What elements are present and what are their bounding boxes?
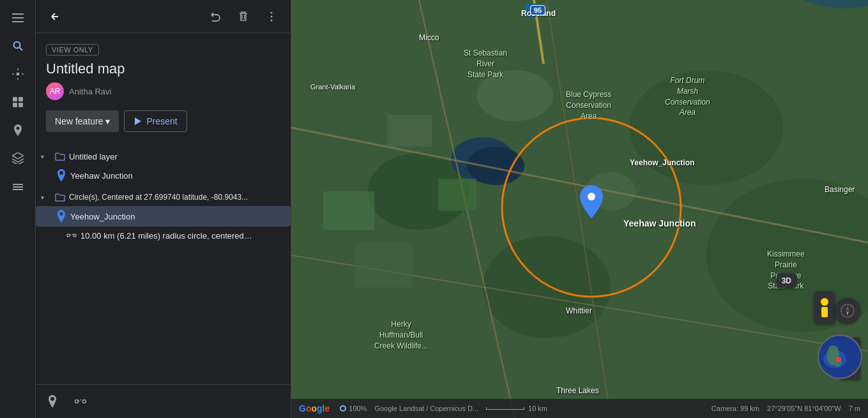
- svg-rect-10: [13, 184, 23, 185]
- svg-point-29: [476, 70, 553, 121]
- svg-point-27: [630, 70, 783, 185]
- pegman-body: [821, 307, 828, 317]
- gallery-icon-btn[interactable]: [5, 89, 31, 115]
- svg-marker-16: [135, 117, 141, 125]
- polyline-icon: [66, 230, 77, 241]
- chevron-icon-2: ▾: [41, 194, 51, 201]
- more-options-button[interactable]: [260, 5, 283, 28]
- pin-icon-2: [56, 210, 66, 223]
- layer-name-2: Circle(s), Centered at 27.699740 latitud…: [69, 193, 286, 202]
- location-icon-btn[interactable]: [5, 117, 31, 143]
- action-row: New feature ▾ Present: [46, 110, 280, 132]
- compass-icon: [840, 303, 855, 318]
- present-label: Present: [146, 116, 177, 126]
- svg-point-19: [75, 400, 79, 403]
- new-feature-dropdown-icon: ▾: [105, 116, 110, 126]
- svg-marker-47: [846, 311, 849, 316]
- folder-icon-1: [55, 151, 65, 161]
- pegman-button[interactable]: [814, 292, 835, 324]
- svg-rect-7: [19, 97, 23, 101]
- camera-label: Camera: 99 km: [712, 405, 759, 412]
- user-row: AR Anitha Ravi: [46, 82, 280, 100]
- folder-icon-2: [55, 192, 65, 202]
- status-right: Camera: 99 km 27°29'05"N 81°04'00"W 7 m: [712, 405, 860, 412]
- chevron-icon-1: ▾: [41, 153, 51, 160]
- pin-icon-1: [56, 169, 66, 182]
- present-button[interactable]: Present: [124, 110, 187, 132]
- layer-item-3[interactable]: 10.00 km (6.21 miles) radius circle, cen…: [36, 227, 291, 244]
- svg-point-15: [271, 19, 273, 21]
- layers-list: ▾ Untitled layer Yeehaw Junction ▾ Ci: [36, 147, 291, 384]
- elevation-label: 7 m: [849, 405, 860, 412]
- 3d-button[interactable]: 3D: [777, 274, 796, 288]
- layer-header-2[interactable]: ▾ Circle(s), Centered at 27.699740 latit…: [36, 188, 291, 206]
- layers-icon-btn[interactable]: [5, 146, 31, 171]
- status-bar: Google 100% Google Landsat / Copernicus …: [291, 399, 868, 418]
- svg-rect-42: [355, 243, 413, 287]
- svg-point-18: [73, 234, 76, 237]
- coordinates-label: 27°29'05"N 81°04'00"W: [767, 405, 841, 412]
- map-title: Untitled map: [46, 61, 280, 77]
- search-icon-btn[interactable]: [5, 33, 31, 59]
- svg-point-13: [271, 11, 273, 13]
- svg-point-20: [83, 400, 86, 403]
- svg-rect-6: [13, 97, 17, 101]
- new-feature-button[interactable]: New feature ▾: [46, 110, 119, 132]
- undo-button[interactable]: [204, 5, 227, 28]
- svg-rect-11: [13, 186, 23, 188]
- svg-point-14: [271, 15, 273, 17]
- new-feature-label: New feature: [55, 116, 103, 126]
- compass-button[interactable]: [835, 298, 860, 324]
- layer-item-name-3: 10.00 km (6.21 miles) radius circle, cen…: [80, 231, 253, 241]
- sidebar-content: VIEW ONLY Untitled map AR Anitha Ravi Ne…: [36, 33, 291, 147]
- sidebar-header: [36, 0, 291, 33]
- layer-group-2: ▾ Circle(s), Centered at 27.699740 latit…: [36, 188, 291, 244]
- footer-pin-button[interactable]: [41, 390, 64, 413]
- data-source: Google Landsat / Copernicus D...: [374, 405, 478, 412]
- layer-item-name-2: Yeehow_Junction: [70, 212, 135, 221]
- svg-rect-39: [323, 191, 374, 230]
- svg-rect-12: [13, 189, 23, 190]
- svg-rect-40: [387, 115, 432, 147]
- svg-rect-41: [438, 179, 476, 211]
- scale-bar: 10 km: [486, 405, 547, 412]
- highway-shield: 95: [530, 5, 545, 15]
- google-logo: Google: [299, 403, 330, 414]
- sidebar: VIEW ONLY Untitled map AR Anitha Ravi Ne…: [36, 0, 291, 418]
- globe-minimap[interactable]: [817, 334, 863, 380]
- sidebar-footer: [36, 384, 291, 418]
- svg-point-44: [588, 193, 595, 200]
- layer-item-2[interactable]: Yeehow_Junction: [36, 206, 291, 227]
- grid-icon-btn[interactable]: [5, 174, 31, 199]
- icon-bar: [0, 0, 36, 418]
- scale-line: [486, 407, 524, 410]
- pegman-head: [821, 298, 828, 306]
- zoom-percentage: 100%: [340, 405, 367, 412]
- footer-polyline-button[interactable]: [69, 390, 92, 413]
- svg-rect-8: [13, 103, 17, 107]
- layer-item-1[interactable]: Yeehaw Junction: [36, 165, 291, 186]
- svg-marker-46: [846, 306, 849, 311]
- svg-point-50: [836, 357, 841, 362]
- svg-rect-0: [12, 13, 24, 15]
- menu-icon-btn[interactable]: [5, 5, 31, 31]
- layer-group-1: ▾ Untitled layer Yeehaw Junction: [36, 147, 291, 186]
- view-only-badge: VIEW ONLY: [46, 44, 99, 56]
- layer-name-1: Untitled layer: [69, 152, 286, 161]
- svg-rect-2: [12, 21, 24, 22]
- layer-item-name-1: Yeehaw Junction: [70, 171, 133, 181]
- svg-line-4: [19, 48, 22, 51]
- settings-icon-btn[interactable]: [5, 61, 31, 87]
- layer-header-1[interactable]: ▾ Untitled layer: [36, 147, 291, 165]
- svg-point-17: [67, 234, 70, 237]
- svg-point-26: [483, 236, 611, 338]
- svg-rect-9: [19, 103, 23, 107]
- delete-button[interactable]: [232, 5, 255, 28]
- map-area[interactable]: Roseland 95 Micco Grant-Valkaria St Seba…: [291, 0, 868, 418]
- svg-rect-1: [12, 17, 24, 19]
- back-button[interactable]: [43, 5, 66, 28]
- svg-point-5: [16, 73, 19, 76]
- scale-label: 10 km: [528, 405, 547, 412]
- avatar: AR: [46, 82, 64, 100]
- username: Anitha Ravi: [69, 87, 111, 96]
